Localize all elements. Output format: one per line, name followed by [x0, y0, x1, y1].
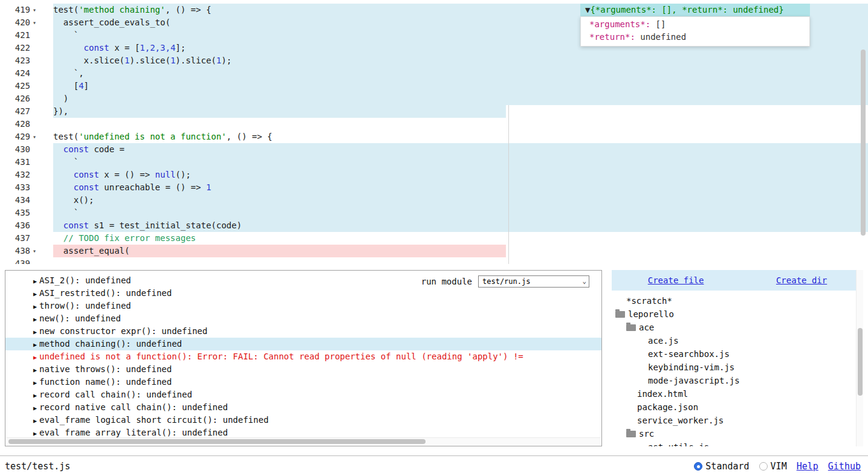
run-module-select[interactable]: test/run.js ⌄ [478, 275, 589, 288]
editor-line[interactable]: 433 const unreachable = () => 1 [0, 181, 868, 194]
test-result-item[interactable]: ▶throw(): undefined [5, 300, 601, 312]
code-line[interactable]: ` [53, 156, 868, 169]
output-hscrollbar-thumb[interactable] [8, 439, 426, 444]
code-editor[interactable]: 419▾test('method chaining', () => {420▾ … [0, 0, 868, 264]
expand-triangle-icon[interactable]: ▶ [33, 379, 37, 386]
expand-triangle-icon[interactable]: ▶ [33, 329, 37, 335]
editor-line[interactable]: 436 const s1 = test_initial_state(code) [0, 219, 868, 232]
tree-item[interactable]: service_worker.js [612, 414, 863, 427]
test-result-item[interactable]: ▶ASI_restrited(): undefined [5, 287, 601, 300]
test-result-item[interactable]: ▶method chaining(): undefined [5, 338, 601, 350]
editor-line[interactable]: 435 ` [0, 207, 868, 219]
expand-triangle-icon[interactable]: ▶ [33, 291, 37, 297]
test-result-item[interactable]: ▶undefined is not a function(): Error: F… [5, 350, 601, 363]
expand-triangle-icon[interactable]: ▶ [33, 417, 37, 424]
code-line[interactable]: ` [53, 207, 868, 219]
test-result-item[interactable]: ▶record call chain(): undefined [5, 388, 601, 401]
output-horizontal-scrollbar[interactable] [6, 437, 601, 445]
expand-triangle-icon[interactable]: ▶ [33, 392, 37, 399]
line-number: 426 [0, 92, 30, 105]
test-result-item[interactable]: ▶eval_frame logical short circuit(): und… [5, 414, 601, 426]
editor-line[interactable]: 431 ` [0, 156, 868, 169]
fold-arrow-icon[interactable]: ▾ [33, 130, 36, 143]
tree-item[interactable]: ace [612, 321, 863, 334]
code-line[interactable]: const s1 = test_initial_state(code) [53, 219, 868, 232]
fold-arrow-icon[interactable]: ▾ [33, 4, 36, 16]
tree-item[interactable]: index.html [612, 387, 863, 400]
expand-triangle-icon[interactable]: ▶ [33, 341, 37, 348]
help-link[interactable]: Help [797, 461, 818, 472]
code-line[interactable]: ) [53, 92, 868, 105]
tree-item[interactable]: src [612, 427, 863, 440]
tree-item[interactable]: ast_utils.js [612, 440, 863, 446]
code-line[interactable]: test('undefined is not a function', () =… [53, 130, 868, 143]
test-result-item[interactable]: ▶record native call chain(): undefined [5, 401, 601, 414]
call-result-summary[interactable]: ▼{*arguments*: [], *return*: undefined} [580, 4, 810, 16]
editor-line[interactable]: 437 // TODO fix error messages [0, 232, 868, 245]
test-result-item[interactable]: ▶new constructor expr(): undefined [5, 325, 601, 338]
create-dir-link[interactable]: Create dir [776, 275, 827, 285]
editor-line[interactable]: 438▾ assert_equal( [0, 245, 868, 257]
expand-triangle-icon[interactable]: ▶ [33, 405, 37, 411]
code-line[interactable]: x(); [53, 194, 868, 207]
editor-line[interactable]: 423 x.slice(1).slice(1).slice(1); [0, 54, 868, 67]
file-panel-scrollbar[interactable] [856, 270, 863, 446]
editor-line[interactable]: 430 const code = [0, 143, 868, 156]
code-token: ` [53, 208, 79, 217]
run-module-control: run module test/run.js ⌄ [421, 275, 589, 288]
editor-line[interactable]: 429▾test('undefined is not a function', … [0, 130, 868, 143]
expand-triangle-icon[interactable]: ▶ [33, 278, 37, 285]
tree-item[interactable]: keybinding-vim.js [612, 361, 863, 374]
code-line[interactable]: const unreachable = () => 1 [53, 181, 868, 194]
expand-triangle-icon[interactable]: ▶ [33, 316, 37, 323]
code-line[interactable] [53, 257, 868, 264]
code-line[interactable] [53, 118, 868, 130]
radio-vim-icon[interactable] [759, 462, 768, 471]
call-result-detail-row[interactable]: *return*: undefined [589, 31, 803, 43]
editor-line[interactable]: 439 [0, 257, 868, 264]
line-number: 434 [0, 194, 30, 207]
radio-standard-icon[interactable] [694, 462, 702, 471]
file-panel-scrollbar-thumb[interactable] [858, 328, 863, 396]
expand-triangle-icon[interactable]: ▶ [33, 354, 37, 361]
editor-line[interactable]: 425 [4] [0, 80, 868, 92]
code-line[interactable]: const code = [53, 143, 868, 156]
create-file-link[interactable]: Create file [648, 275, 704, 285]
expand-triangle-icon[interactable]: ▶ [33, 303, 37, 310]
tree-item[interactable]: mode-javascript.js [612, 374, 863, 387]
editor-line[interactable]: 426 ) [0, 92, 868, 105]
editor-line[interactable]: 434 x(); [0, 194, 868, 207]
code-line[interactable]: }), [53, 105, 868, 118]
editor-line[interactable]: 432 const x = () => null(); [0, 169, 868, 181]
tree-item[interactable]: ace.js [612, 334, 863, 347]
editor-line[interactable]: 427}), [0, 105, 868, 118]
tree-item[interactable]: leporello [612, 307, 863, 321]
keybinding-standard-option[interactable]: Standard [694, 461, 749, 472]
call-result-widget[interactable]: ▼{*arguments*: [], *return*: undefined} … [580, 4, 810, 47]
editor-line[interactable]: 428 [0, 118, 868, 130]
test-result-label: eval_frame logical short circuit(): unde… [39, 415, 268, 425]
fold-arrow-icon[interactable]: ▾ [33, 16, 36, 29]
editor-line[interactable]: 424 `, [0, 67, 868, 80]
tree-item[interactable]: ext-searchbox.js [612, 347, 863, 361]
expand-triangle-icon[interactable]: ▶ [33, 430, 37, 437]
test-result-item[interactable]: ▶function name(): undefined [5, 376, 601, 388]
code-line[interactable]: assert_equal( [53, 245, 868, 257]
expand-triangle-icon[interactable]: ▶ [33, 367, 37, 373]
editor-scrollbar-thumb[interactable] [861, 50, 866, 236]
editor-scrollbar[interactable] [860, 0, 867, 264]
call-result-detail-row[interactable]: *arguments*: [] [589, 18, 803, 31]
test-result-item[interactable]: ▶native throws(): undefined [5, 363, 601, 376]
keybinding-vim-option[interactable]: VIM [759, 461, 787, 472]
code-line[interactable]: // TODO fix error messages [53, 232, 868, 245]
line-number: 424 [0, 67, 30, 80]
code-line[interactable]: `, [53, 67, 868, 80]
code-line[interactable]: const x = () => null(); [53, 169, 868, 181]
code-line[interactable]: [4] [53, 80, 868, 92]
code-line[interactable]: x.slice(1).slice(1).slice(1); [53, 54, 868, 67]
fold-arrow-icon[interactable]: ▾ [33, 245, 36, 257]
test-result-item[interactable]: ▶new(): undefined [5, 312, 601, 325]
tree-item[interactable]: *scratch* [612, 294, 863, 307]
github-link[interactable]: Github [828, 461, 861, 472]
tree-item[interactable]: package.json [612, 400, 863, 414]
